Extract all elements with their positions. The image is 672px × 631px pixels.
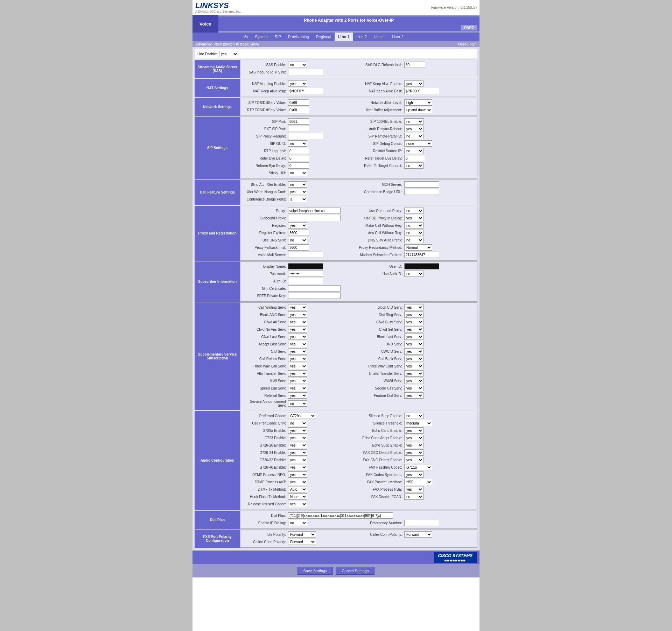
fax-passthru-method-select[interactable]: NSEReINVITE xyxy=(404,479,432,485)
proxy-redundancy-select[interactable]: NormalBased on SRV xyxy=(404,244,432,251)
mini-cert-input[interactable] xyxy=(288,285,341,292)
secure-call-serv-select[interactable]: yesno xyxy=(404,385,424,391)
enable-ip-dialing-select[interactable]: noyes xyxy=(288,520,307,526)
fax-ced-select[interactable]: yesno xyxy=(404,449,424,456)
sip-100rel-select[interactable]: noyes xyxy=(404,118,424,125)
g726-40-select[interactable]: yesno xyxy=(288,464,307,470)
sip-remote-party-select[interactable]: noyes xyxy=(404,133,424,139)
release-unused-codec-select[interactable]: yesno xyxy=(288,501,307,507)
tab-info[interactable]: Info xyxy=(238,33,251,41)
dns-srv-prefix-select[interactable]: noyes xyxy=(404,237,424,243)
tab-user1[interactable]: User 1 xyxy=(370,33,388,41)
referee-bye-input[interactable] xyxy=(288,162,309,169)
block-cid-serv-select[interactable]: yesno xyxy=(404,304,424,310)
register-expires-input[interactable] xyxy=(288,230,309,236)
block-anc-serv-select[interactable]: yesno xyxy=(288,311,307,318)
register-select[interactable]: yesno xyxy=(288,222,307,229)
referral-serv-select[interactable]: yesno xyxy=(288,392,307,399)
service-announce-serv-select[interactable]: noyes xyxy=(288,400,307,407)
auth-resync-select[interactable]: yesno xyxy=(404,126,424,132)
sas-enable-select[interactable]: noyes xyxy=(288,62,307,68)
restrict-source-select[interactable]: noyes xyxy=(404,148,424,154)
refer-target-bye-input[interactable] xyxy=(404,155,425,161)
caller-conn-polarity-select[interactable]: ForwardReverse xyxy=(404,531,432,538)
sticky-183-select[interactable]: noyes xyxy=(288,170,307,176)
idle-polarity-select[interactable]: ForwardReverse xyxy=(288,531,316,538)
tab-regional[interactable]: Regional xyxy=(313,33,335,41)
jitter-buffer-select[interactable]: up and downup onlydisabled xyxy=(404,107,432,113)
g723-enable-select[interactable]: yesno xyxy=(288,435,307,441)
three-way-call-serv-select[interactable]: yesno xyxy=(288,363,307,369)
call-return-serv-select[interactable]: yesno xyxy=(288,356,307,362)
three-way-conf-serv-select[interactable]: yesno xyxy=(404,363,424,369)
refer-bye-delay-input[interactable] xyxy=(288,155,309,161)
save-settings-button[interactable]: Save Settings xyxy=(298,567,333,575)
echo-supp-select[interactable]: yesno xyxy=(404,442,424,448)
ext-sip-port-input[interactable] xyxy=(288,126,309,132)
sip-debug-select[interactable]: nonefull xyxy=(404,140,432,147)
proxy-fallback-input[interactable] xyxy=(288,244,309,251)
user-login-link[interactable]: User Login xyxy=(458,42,477,46)
refer-to-target-select[interactable]: noyes xyxy=(404,162,424,169)
g726-24-select[interactable]: yesno xyxy=(288,449,307,456)
nat-keep-alive-msg-input[interactable] xyxy=(288,88,323,94)
unattn-transfer-serv-select[interactable]: yesno xyxy=(404,370,424,377)
xfer-hangup-select[interactable]: yesno xyxy=(288,189,307,195)
tab-line1[interactable]: Line 1 xyxy=(335,33,353,41)
fax-codec-symmetric-select[interactable]: yesno xyxy=(404,471,424,478)
line-enable-select[interactable]: yesno xyxy=(219,51,238,57)
voice-mail-input[interactable] xyxy=(288,252,323,258)
sas-dlg-input[interactable] xyxy=(404,62,425,68)
call-waiting-serv-select[interactable]: yesno xyxy=(288,304,307,310)
sip-tos-input[interactable] xyxy=(288,99,309,106)
use-auth-id-select[interactable]: noyes xyxy=(404,271,424,277)
use-dns-srv-select[interactable]: noyes xyxy=(288,237,307,243)
dial-plan-input[interactable] xyxy=(288,512,393,519)
cfwd-all-serv-select[interactable]: yesno xyxy=(288,319,307,325)
dtmf-process-avt-select[interactable]: yesno xyxy=(288,479,307,485)
attn-transfer-serv-select[interactable]: yesno xyxy=(288,370,307,377)
block-last-serv-select[interactable]: yesno xyxy=(404,334,424,340)
silence-supp-select[interactable]: noyes xyxy=(404,413,424,419)
srtp-key-input[interactable] xyxy=(288,293,341,299)
rtp-log-input[interactable] xyxy=(288,148,309,154)
use-pref-codec-select[interactable]: noyes xyxy=(288,420,307,426)
preferred-codec-select[interactable]: G729aG711uG711aG723 xyxy=(288,413,316,419)
g726-16-select[interactable]: yesno xyxy=(288,442,307,448)
advanced-view-link[interactable]: Advanced View (switch to basic view) xyxy=(195,42,259,46)
nat-keep-alive-enable-select[interactable]: yesno xyxy=(404,80,424,87)
tab-provisioning[interactable]: Provisioning xyxy=(285,33,313,41)
dtmf-process-info-select[interactable]: yesno xyxy=(288,471,307,478)
cfwd-sel-serv-select[interactable]: yesno xyxy=(404,326,424,332)
mwi-serv-select[interactable]: yesno xyxy=(288,378,307,384)
make-call-select[interactable]: noyes xyxy=(404,222,424,229)
cancel-settings-button[interactable]: Cancel Settings xyxy=(336,567,374,575)
outbound-proxy-input[interactable] xyxy=(288,215,341,221)
nat-mapping-select[interactable]: yesno xyxy=(288,80,307,87)
dnd-serv-select[interactable]: yesno xyxy=(404,341,424,347)
user-id-input[interactable] xyxy=(404,263,439,269)
cwcid-serv-select[interactable]: yesno xyxy=(404,348,424,355)
cid-serv-select[interactable]: yesno xyxy=(288,348,307,355)
conf-bridge-url-input[interactable] xyxy=(404,189,439,195)
accept-last-serv-select[interactable]: yesno xyxy=(288,341,307,347)
auth-id-input[interactable] xyxy=(288,278,323,284)
network-jitter-select[interactable]: highmediumlow xyxy=(404,99,432,106)
mailbox-subscribe-input[interactable] xyxy=(404,252,439,258)
feature-dial-serv-select[interactable]: yesno xyxy=(404,392,424,399)
vmwi-serv-select[interactable]: yesno xyxy=(404,378,424,384)
g729a-enable-select[interactable]: yesno xyxy=(288,427,307,434)
conf-bridge-ports-select[interactable]: 324 xyxy=(288,196,307,202)
sip-proxy-req-input[interactable] xyxy=(288,133,323,139)
cfwd-last-serv-select[interactable]: yesno xyxy=(288,334,307,340)
silence-threshold-select[interactable]: mediumlowhigh xyxy=(404,420,432,426)
tab-system[interactable]: System xyxy=(251,33,271,41)
echo-canc-adapt-select[interactable]: yesno xyxy=(404,435,424,441)
callee-conn-polarity-select[interactable]: ForwardReverse xyxy=(288,539,316,545)
dtmf-tx-method-select[interactable]: AutoAVTINFOInBand xyxy=(288,486,307,492)
blind-attn-select[interactable]: noyes xyxy=(288,181,307,188)
display-name-input[interactable] xyxy=(288,263,323,269)
use-ob-proxy-dialog-select[interactable]: yesno xyxy=(404,215,424,221)
echo-canc-enable-select[interactable]: yesno xyxy=(404,427,424,434)
rtp-tos-input[interactable] xyxy=(288,107,309,113)
